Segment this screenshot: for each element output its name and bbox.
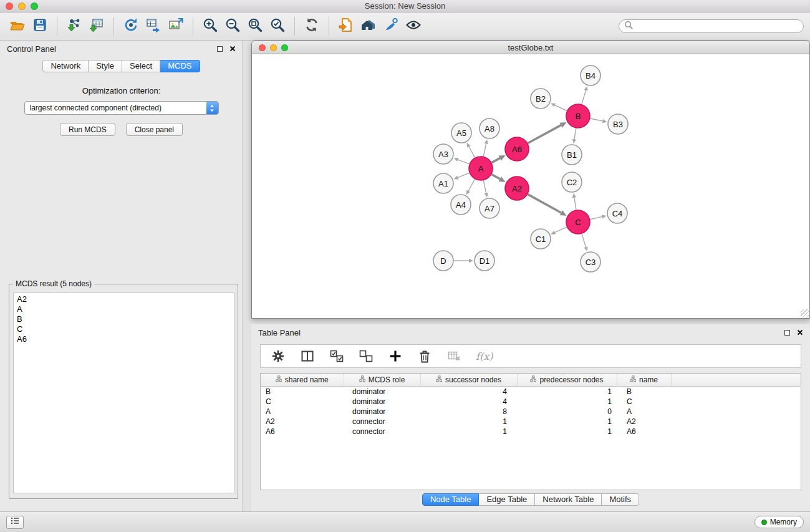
graph-node-c4[interactable]: C4 xyxy=(607,203,627,223)
table-tab-motifs[interactable]: Motifs xyxy=(602,493,639,506)
delete-table-icon[interactable] xyxy=(446,349,461,364)
graph-node-c1[interactable]: C1 xyxy=(531,229,551,249)
table-row[interactable]: Bdominator41B xyxy=(261,386,801,397)
search-box[interactable] xyxy=(619,19,804,33)
table-close-icon[interactable] xyxy=(797,329,803,336)
optimization-criterion-dropdown[interactable]: largest connected component (directed) xyxy=(24,101,219,115)
table-row[interactable]: Cdominator41C xyxy=(261,397,801,407)
column-header-name[interactable]: name xyxy=(617,374,671,386)
close-panel-button[interactable]: Close panel xyxy=(126,123,183,136)
graph-node-b[interactable]: B xyxy=(566,104,590,128)
show-columns-icon[interactable] xyxy=(300,349,315,364)
graph-edge[interactable] xyxy=(574,198,576,210)
new-network-button[interactable] xyxy=(120,15,142,37)
network-graph-svg[interactable]: B4B2BB3A5A8A6A3B1AA1C2A2A4A7C4CC1C3DD1 xyxy=(252,54,809,318)
graph-node-a4[interactable]: A4 xyxy=(451,195,471,215)
table-row[interactable]: A2connector11A2 xyxy=(261,417,801,427)
graph-node-d1[interactable]: D1 xyxy=(475,251,494,271)
graph-node-a5[interactable]: A5 xyxy=(451,123,471,143)
home-button[interactable] xyxy=(357,15,380,37)
graph-node-d[interactable]: D xyxy=(433,251,453,271)
export-image-button[interactable] xyxy=(165,15,187,37)
zoom-out-button[interactable] xyxy=(221,15,244,37)
graph-edge[interactable] xyxy=(528,195,561,213)
style-brush-button[interactable] xyxy=(380,15,402,37)
function-builder-icon[interactable]: f(x) xyxy=(476,351,493,362)
graph-edge[interactable] xyxy=(468,180,475,191)
graph-edge[interactable] xyxy=(458,160,469,164)
network-canvas[interactable]: B4B2BB3A5A8A6A3B1AA1C2A2A4A7C4CC1C3DD1 xyxy=(252,54,809,318)
graph-node-b4[interactable]: B4 xyxy=(581,65,600,85)
graph-node-c3[interactable]: C3 xyxy=(581,252,600,272)
graph-edge[interactable] xyxy=(458,173,469,177)
memory-button[interactable]: Memory xyxy=(755,516,804,528)
table-row[interactable]: A6connector11A6 xyxy=(261,427,801,437)
graph-node-a6[interactable]: A6 xyxy=(505,137,529,161)
graph-node-b2[interactable]: B2 xyxy=(531,89,551,109)
zoom-in-button[interactable] xyxy=(199,15,221,37)
import-network-button[interactable] xyxy=(63,15,85,37)
open-session-button[interactable] xyxy=(6,15,29,37)
mcds-result-item[interactable]: A6 xyxy=(14,334,234,344)
deselect-all-icon[interactable] xyxy=(359,349,374,364)
graph-edge[interactable] xyxy=(555,227,567,233)
control-tab-select[interactable]: Select xyxy=(122,60,160,72)
graph-edge[interactable] xyxy=(574,128,576,140)
mcds-result-item[interactable]: A2 xyxy=(14,294,234,304)
table-tab-network-table[interactable]: Network Table xyxy=(535,493,602,506)
add-icon[interactable] xyxy=(388,349,403,364)
resize-grip[interactable] xyxy=(801,309,809,317)
close-panel-icon[interactable] xyxy=(229,46,236,52)
column-header-predecessor-nodes[interactable]: predecessor nodes xyxy=(517,374,617,386)
graph-node-a1[interactable]: A1 xyxy=(433,173,453,193)
show-graphics-button[interactable] xyxy=(402,15,425,37)
mcds-result-list[interactable]: A2ABCA6 xyxy=(13,293,234,493)
graph-edge[interactable] xyxy=(591,216,602,219)
control-tab-mcds[interactable]: MCDS xyxy=(160,60,200,72)
control-tab-network[interactable]: Network xyxy=(42,60,89,72)
graph-node-b1[interactable]: B1 xyxy=(562,145,582,165)
graph-node-a7[interactable]: A7 xyxy=(480,198,499,218)
zoom-selected-button[interactable] xyxy=(266,15,289,37)
graph-node-c2[interactable]: C2 xyxy=(562,172,582,192)
graph-edge[interactable] xyxy=(528,125,561,143)
clone-network-button[interactable] xyxy=(142,15,165,37)
search-input[interactable] xyxy=(635,22,798,31)
network-minimize-icon[interactable] xyxy=(270,44,277,51)
graph-edge[interactable] xyxy=(591,118,603,121)
table-row[interactable]: Adominator80A xyxy=(261,407,801,417)
table-float-icon[interactable] xyxy=(784,330,790,336)
graph-node-c[interactable]: C xyxy=(566,210,590,234)
graph-edge[interactable] xyxy=(582,90,586,104)
graph-edge[interactable] xyxy=(555,105,567,111)
close-window-icon[interactable] xyxy=(6,2,13,10)
graph-node-a3[interactable]: A3 xyxy=(433,144,453,164)
zoom-window-icon[interactable] xyxy=(31,2,38,10)
run-mcds-button[interactable]: Run MCDS xyxy=(60,123,115,136)
import-table-button[interactable] xyxy=(85,15,108,37)
network-zoom-icon[interactable] xyxy=(281,44,288,51)
table-tab-node-table[interactable]: Node Table xyxy=(422,493,480,506)
graph-edge[interactable] xyxy=(469,147,475,157)
select-all-icon[interactable] xyxy=(329,349,344,364)
zoom-fit-button[interactable] xyxy=(244,15,266,37)
float-panel-icon[interactable] xyxy=(217,46,223,52)
graph-node-a2[interactable]: A2 xyxy=(505,177,529,200)
node-table-wrap[interactable]: shared nameMCDS rolesuccessor nodesprede… xyxy=(260,373,801,490)
column-header-shared-name[interactable]: shared name xyxy=(261,374,344,386)
mcds-result-item[interactable]: A xyxy=(14,304,234,314)
graph-edge[interactable] xyxy=(483,143,486,156)
graph-edge[interactable] xyxy=(492,158,500,163)
table-settings-icon[interactable] xyxy=(271,349,286,364)
refresh-layout-button[interactable] xyxy=(301,15,323,37)
graph-node-b3[interactable]: B3 xyxy=(608,114,628,134)
network-close-icon[interactable] xyxy=(259,44,266,51)
mcds-result-item[interactable]: C xyxy=(14,324,234,334)
save-session-button[interactable] xyxy=(29,15,51,37)
minimize-window-icon[interactable] xyxy=(18,2,26,10)
delete-icon[interactable] xyxy=(417,349,432,364)
graph-node-a8[interactable]: A8 xyxy=(480,118,499,138)
table-tab-edge-table[interactable]: Edge Table xyxy=(479,493,535,506)
network-window-titlebar[interactable]: testGlobe.txt xyxy=(252,41,809,54)
graph-edge[interactable] xyxy=(492,175,500,179)
